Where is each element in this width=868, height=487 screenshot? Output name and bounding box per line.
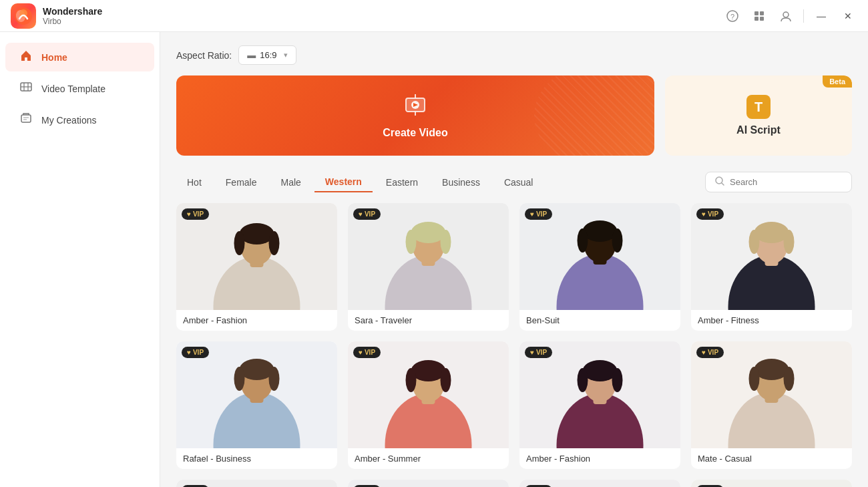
svg-point-28: [269, 231, 280, 255]
tab-casual[interactable]: Casual: [493, 173, 544, 192]
create-video-banner[interactable]: Create Video: [176, 75, 654, 156]
user-icon[interactable]: [777, 7, 795, 25]
aspect-ratio-value: 16:9: [260, 50, 276, 60]
avatar-card[interactable]: VIP Amber - Fashion: [176, 203, 337, 331]
avatar-card[interactable]: VIP Ben-Suit: [519, 203, 680, 331]
avatar-thumbnail: VIP: [348, 341, 509, 448]
svg-point-58: [441, 368, 451, 392]
vip-badge: VIP: [525, 347, 552, 358]
avatar-card[interactable]: VIP Amber - Fitness: [691, 203, 852, 331]
avatar-thumbnail: VIP: [519, 341, 680, 448]
avatar-label: Sara - Traveler: [348, 310, 509, 331]
sidebar-item-my-creations[interactable]: My Creations: [5, 106, 154, 134]
create-video-label: Create Video: [383, 127, 448, 139]
tab-eastern[interactable]: Eastern: [375, 173, 429, 192]
svg-point-64: [612, 368, 623, 392]
svg-point-27: [234, 231, 245, 255]
banners-row: Create Video Beta T AI Script: [176, 75, 852, 156]
logo-svg: [14, 7, 33, 25]
search-box: [705, 172, 852, 192]
avatar-thumbnail: VIP: [348, 480, 509, 487]
search-input[interactable]: [730, 177, 842, 187]
avatar-card[interactable]: VIP Mate - Casual: [691, 341, 852, 469]
vip-badge: VIP: [525, 208, 552, 220]
content-area: Aspect Ratio: ▬ 16:9 ▾ Create Video Beta…: [160, 32, 868, 487]
sidebar-item-video-template[interactable]: Video Template: [5, 74, 154, 103]
close-button[interactable]: ✕: [839, 7, 857, 25]
search-icon: [715, 176, 724, 188]
avatar-label: Amber - Fashion: [519, 448, 680, 469]
my-creations-icon: [19, 112, 33, 128]
ai-script-banner[interactable]: Beta T AI Script: [665, 75, 852, 156]
home-icon: [19, 49, 33, 65]
svg-point-39: [578, 228, 588, 253]
sidebar-item-creations-label: My Creations: [41, 115, 96, 126]
svg-point-51: [234, 367, 245, 391]
avatar-label: Rafael - Business: [176, 448, 337, 469]
sidebar-item-home[interactable]: Home: [5, 43, 154, 71]
vip-badge: VIP: [182, 208, 209, 220]
aspect-ratio-bar: Aspect Ratio: ▬ 16:9 ▾: [176, 45, 852, 65]
svg-point-46: [784, 230, 795, 254]
svg-point-57: [406, 368, 417, 392]
chevron-down-icon: ▾: [284, 51, 288, 59]
tab-western[interactable]: Western: [314, 172, 373, 192]
vip-badge: VIP: [353, 347, 381, 358]
avatar-card[interactable]: VIP Amber - Fashion: [519, 341, 680, 469]
svg-point-33: [406, 230, 417, 254]
app-name-line1: Wondershare: [43, 6, 102, 17]
vip-badge: VIP: [696, 347, 724, 358]
minimize-button[interactable]: —: [812, 7, 831, 25]
avatar-card[interactable]: VIP Amber - Summer: [348, 341, 509, 469]
sidebar-item-home-label: Home: [41, 52, 67, 63]
avatar-card[interactable]: VIP Rafael - Business: [176, 341, 337, 469]
avatar-card[interactable]: VIP: [348, 480, 509, 487]
tab-female[interactable]: Female: [215, 173, 268, 192]
vip-badge: VIP: [182, 347, 209, 358]
svg-point-45: [749, 230, 760, 254]
svg-point-34: [441, 230, 451, 254]
help-icon[interactable]: ?: [723, 7, 742, 25]
avatar-label: Mate - Casual: [691, 448, 852, 469]
ai-script-icon: T: [746, 95, 771, 119]
svg-point-52: [269, 367, 280, 391]
svg-point-70: [784, 367, 795, 391]
sidebar: Home Video Template My Creations: [0, 32, 160, 487]
app-name: Wondershare Virbo: [43, 6, 102, 26]
tab-male[interactable]: Male: [270, 173, 311, 192]
avatar-card[interactable]: VIP: [176, 480, 337, 487]
avatar-thumbnail: VIP: [691, 341, 852, 448]
main-layout: Home Video Template My Creations Aspect …: [0, 32, 868, 487]
avatar-thumbnail: VIP: [519, 480, 680, 487]
avatar-label: Amber - Summer: [348, 448, 509, 469]
svg-text:?: ?: [730, 12, 734, 20]
svg-line-22: [722, 183, 724, 185]
svg-rect-5: [754, 11, 758, 15]
aspect-ratio-select[interactable]: ▬ 16:9 ▾: [238, 45, 296, 65]
filter-tabs: Hot Female Male Western Eastern Business…: [176, 172, 544, 192]
app-logo: [11, 3, 36, 29]
avatar-card[interactable]: VIP: [519, 480, 680, 487]
tab-hot[interactable]: Hot: [176, 173, 212, 192]
title-bar-controls: ? — ✕: [723, 7, 857, 25]
aspect-ratio-label: Aspect Ratio:: [176, 50, 232, 61]
grid-icon[interactable]: [750, 7, 769, 25]
title-bar: Wondershare Virbo ? — ✕: [0, 0, 868, 32]
filter-row: Hot Female Male Western Eastern Business…: [176, 172, 852, 192]
avatar-thumbnail: VIP: [348, 203, 509, 310]
title-divider: [803, 9, 804, 23]
tab-business[interactable]: Business: [431, 173, 491, 192]
avatar-label: Amber - Fashion: [176, 310, 337, 331]
svg-point-63: [578, 368, 588, 392]
vip-badge: VIP: [696, 208, 724, 220]
create-video-icon: [403, 93, 427, 122]
svg-rect-7: [754, 17, 758, 21]
vip-badge: VIP: [353, 208, 381, 220]
avatar-grid: VIP Amber - Fashion VIP: [176, 203, 852, 487]
avatar-card[interactable]: VIP: [691, 480, 852, 487]
avatar-card[interactable]: VIP Sara - Traveler: [348, 203, 509, 331]
svg-rect-8: [760, 17, 764, 21]
svg-point-40: [612, 228, 623, 253]
avatar-label: Ben-Suit: [519, 310, 680, 331]
avatar-thumbnail: VIP: [691, 480, 852, 487]
